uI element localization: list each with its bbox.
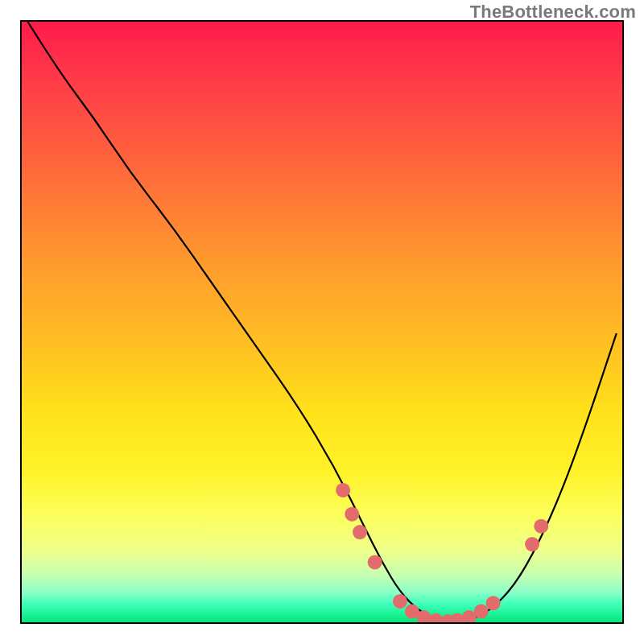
curve-marker xyxy=(486,596,501,610)
chart-frame xyxy=(20,20,624,624)
curve-layer xyxy=(22,22,622,622)
curve-markers xyxy=(336,483,548,622)
curve-marker xyxy=(393,594,407,609)
curve-marker xyxy=(368,555,382,569)
curve-marker xyxy=(336,483,350,497)
curve-marker xyxy=(474,605,489,619)
curve-marker xyxy=(353,525,367,539)
curve-marker xyxy=(525,537,539,551)
curve-marker xyxy=(345,507,359,522)
curve-marker xyxy=(534,519,548,534)
chart-stage: TheBottleneck.com xyxy=(0,0,644,644)
bottleneck-curve xyxy=(27,22,616,621)
